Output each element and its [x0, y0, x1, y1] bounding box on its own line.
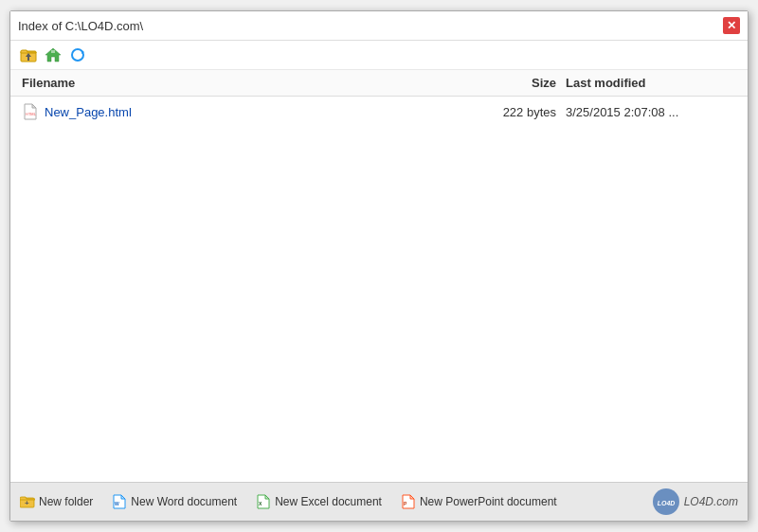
file-link[interactable]: New_Page.html: [45, 105, 452, 119]
folder-up-button[interactable]: [18, 44, 39, 65]
table-row[interactable]: HTML New_Page.html 222 bytes 3/25/2015 2…: [10, 100, 748, 123]
home-icon: [45, 46, 62, 63]
status-bar: + New folder W New Word document X: [10, 482, 748, 521]
lo4d-logo: LO4D: [652, 488, 680, 516]
new-ppt-item[interactable]: P New PowerPoint document: [401, 494, 557, 509]
file-list: HTML New_Page.html 222 bytes 3/25/2015 2…: [10, 97, 748, 482]
new-excel-label: New Excel document: [275, 495, 382, 508]
new-folder-label: New folder: [39, 495, 93, 508]
file-icon: HTML: [22, 103, 39, 120]
refresh-button[interactable]: [67, 44, 88, 65]
col-header-size: Size: [452, 76, 566, 90]
new-excel-icon: X: [256, 494, 271, 509]
new-word-icon: W: [112, 494, 127, 509]
home-button[interactable]: [43, 44, 63, 65]
new-ppt-label: New PowerPoint document: [420, 495, 557, 508]
new-folder-item[interactable]: + New folder: [20, 494, 93, 509]
title-bar: Index of C:\LO4D.com\ ✕: [10, 11, 748, 41]
close-button[interactable]: ✕: [723, 17, 740, 34]
svg-text:W: W: [115, 501, 119, 506]
folder-up-icon: [20, 46, 37, 63]
lo4d-badge: LO4D LO4D.com: [652, 488, 738, 516]
main-window: Index of C:\LO4D.com\ ✕: [9, 10, 749, 522]
col-header-modified: Last modified: [566, 76, 736, 90]
new-folder-icon: +: [20, 494, 35, 509]
new-word-item[interactable]: W New Word document: [112, 494, 237, 509]
col-header-filename: Filename: [22, 76, 452, 90]
new-word-label: New Word document: [131, 495, 237, 508]
toolbar: [10, 41, 748, 70]
svg-text:HTML: HTML: [26, 112, 37, 116]
new-ppt-icon: P: [401, 494, 416, 509]
svg-rect-3: [51, 50, 55, 53]
table-header: Filename Size Last modified: [10, 70, 748, 97]
refresh-icon: [69, 46, 86, 63]
lo4d-text: LO4D.com: [684, 495, 738, 508]
window-title: Index of C:\LO4D.com\: [18, 19, 143, 33]
file-size: 222 bytes: [452, 105, 566, 119]
file-date: 3/25/2015 2:07:08 ...: [566, 105, 736, 119]
html-file-icon: HTML: [23, 103, 38, 120]
new-excel-item[interactable]: X New Excel document: [256, 494, 382, 509]
svg-text:+: +: [25, 499, 29, 507]
svg-text:LO4D: LO4D: [657, 500, 675, 506]
